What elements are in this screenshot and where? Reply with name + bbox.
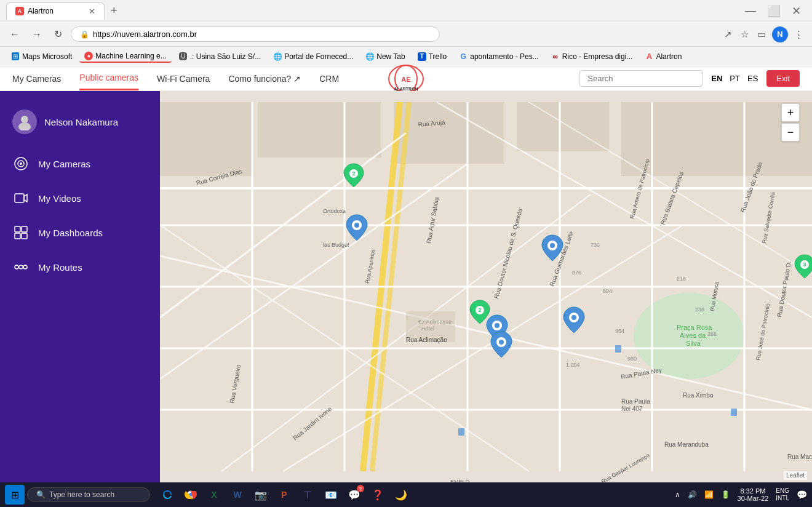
taskbar-search[interactable]: 🔍 Type here to search — [27, 487, 150, 502]
map-controls: + − — [781, 103, 800, 142]
svg-text:730: 730 — [591, 242, 600, 248]
taskbar-app-help[interactable]: ❓ — [368, 485, 388, 505]
tab-close-btn[interactable]: ✕ — [89, 7, 95, 16]
bookmark-alartron[interactable]: A Alartron — [640, 51, 687, 62]
svg-text:Rua Ximbo: Rua Ximbo — [683, 392, 714, 399]
nav-public-cameras[interactable]: Public cameras — [79, 66, 138, 90]
sidebar-item-my-videos[interactable]: My Videos — [0, 181, 160, 215]
svg-text:980: 980 — [627, 356, 637, 362]
bookmark-maps-label: Maps Microsoft — [22, 52, 72, 61]
svg-text:2: 2 — [478, 307, 481, 313]
bookmark-ml[interactable]: ● Machine Learning e... — [79, 50, 171, 63]
bookmark-rico[interactable]: ∞ Rico - Empresa digi... — [546, 51, 638, 62]
taskbar-app-excel[interactable]: X — [204, 485, 224, 505]
taskbar-date: 30-Mar-22 — [738, 495, 769, 502]
svg-point-16 — [23, 265, 27, 269]
svg-text:Praça Rosa: Praça Rosa — [677, 324, 712, 331]
taskbar-clock: 8:32 PM — [740, 487, 765, 495]
maximize-button[interactable]: ⬜ — [762, 4, 786, 18]
tab-bar: A Alartron ✕ + — [6, 2, 368, 20]
close-button[interactable]: ✕ — [787, 4, 806, 18]
forward-button[interactable]: → — [28, 28, 46, 41]
bookmark-button[interactable]: ☆ — [738, 26, 751, 42]
taskbar-chevron[interactable]: ∧ — [675, 490, 680, 499]
alartron-bm-icon: A — [645, 52, 653, 61]
taskbar-notifications[interactable]: 💬 — [797, 490, 807, 500]
taskbar-app-moon[interactable]: 🌙 — [391, 485, 411, 505]
sidebar-toggle[interactable]: ▭ — [755, 26, 768, 42]
svg-rect-9 — [15, 194, 24, 202]
back-button[interactable]: ← — [6, 28, 23, 41]
zoom-out-button[interactable]: − — [781, 123, 800, 142]
svg-text:las Budget: las Budget — [323, 242, 349, 248]
map-container[interactable]: Praça Rosa Alves da Silva — [160, 91, 812, 482]
taskbar-volume-icon[interactable]: 🔊 — [688, 490, 697, 499]
bookmark-usina[interactable]: U .: Usina São Luiz S/... — [174, 51, 266, 62]
sidebar-label-my-videos: My Videos — [38, 193, 81, 204]
taskbar-time[interactable]: 8:32 PM 30-Mar-22 — [738, 487, 769, 502]
taskbar-wifi-icon[interactable]: 📶 — [704, 490, 714, 499]
browser-tab-alartron[interactable]: A Alartron ✕ — [6, 2, 105, 20]
sidebar: Nelson Nakamura My Cameras My Videos — [0, 91, 160, 482]
taskbar-app-edge[interactable] — [157, 485, 177, 505]
app-nav: My Cameras Public cameras Wi-Fi Camera C… — [0, 66, 812, 91]
bookmark-trello[interactable]: T Trello — [413, 51, 452, 62]
bookmark-rico-label: Rico - Empresa digi... — [562, 52, 633, 61]
user-avatar — [12, 110, 37, 134]
svg-text:238: 238 — [695, 306, 704, 313]
share-button[interactable]: ↗ — [722, 26, 734, 42]
taskbar-app-whatsapp[interactable]: 💬 3 — [344, 485, 364, 505]
zoom-in-button[interactable]: + — [781, 103, 800, 122]
svg-text:Alves da: Alves da — [680, 332, 706, 339]
svg-point-112 — [495, 323, 500, 328]
minimize-button[interactable]: — — [740, 4, 761, 18]
taskbar-right: ∧ 🔊 📶 🔋 8:32 PM 30-Mar-22 ENG INTL 💬 — [675, 487, 807, 502]
google-icon: G — [459, 52, 468, 61]
start-icon: ⊞ — [11, 489, 19, 501]
svg-text:ALARTRON: ALARTRON — [394, 87, 418, 91]
search-input[interactable] — [579, 70, 703, 87]
lang-en-button[interactable]: EN — [709, 73, 725, 84]
taskbar-lang-name: ENG — [776, 487, 789, 495]
exit-button[interactable]: Exit — [766, 70, 800, 87]
sidebar-item-my-routes[interactable]: My Routes — [0, 250, 160, 284]
alartron-logo-svg: AE ALARTRON — [388, 63, 424, 94]
svg-rect-21 — [517, 102, 609, 151]
taskbar-battery-icon[interactable]: 🔋 — [721, 490, 730, 499]
lang-pt-button[interactable]: PT — [727, 73, 742, 84]
nav-crm[interactable]: CRM — [319, 68, 339, 90]
taskbar-app-word[interactable]: W — [228, 485, 247, 505]
profile-button[interactable]: N — [772, 26, 788, 42]
nav-wifi-camera[interactable]: Wi-Fi Camera — [157, 68, 210, 90]
nav-como-funciona[interactable]: Como funciona? ↗ — [228, 68, 301, 90]
nav-my-cameras[interactable]: My Cameras — [12, 68, 61, 90]
start-button[interactable]: ⊞ — [5, 485, 25, 505]
taskbar-app-powerpoint[interactable]: P — [274, 485, 294, 505]
sidebar-item-my-cameras[interactable]: My Cameras — [0, 146, 160, 181]
menu-button[interactable]: ⋮ — [792, 26, 806, 42]
bookmark-maps[interactable]: ⊞ Maps Microsoft — [6, 51, 77, 62]
maps-icon: ⊞ — [11, 52, 20, 61]
sidebar-item-my-dashboards[interactable]: My Dashboards — [0, 215, 160, 250]
taskbar-app-teams[interactable]: ⊤ — [298, 485, 317, 505]
svg-text:Rua Paula: Rua Paula — [621, 398, 650, 405]
new-tab-button[interactable]: + — [107, 4, 121, 17]
svg-text:894: 894 — [603, 288, 612, 294]
bookmark-trello-label: Trello — [429, 52, 447, 61]
bookmark-ml-label: Machine Learning e... — [95, 52, 166, 60]
bookmark-apontamento[interactable]: G apontamento - Pes... — [454, 51, 543, 62]
taskbar-app-chrome[interactable] — [181, 485, 201, 505]
routes-icon — [12, 258, 30, 276]
camera-icon — [12, 155, 30, 172]
taskbar-app-outlook[interactable]: 📧 — [321, 485, 341, 505]
address-field[interactable]: 🔒 — [71, 26, 440, 42]
taskbar-app-photos[interactable]: 📷 — [251, 485, 271, 505]
address-bar-row: ← → ↻ 🔒 ↗ ☆ ▭ N ⋮ — [0, 22, 812, 47]
bookmark-newtab[interactable]: 🌐 New Tab — [360, 51, 410, 62]
lang-es-button[interactable]: ES — [745, 73, 760, 84]
refresh-button[interactable]: ↻ — [50, 27, 66, 41]
user-name: Nelson Nakamura — [44, 117, 118, 127]
bookmark-portal[interactable]: 🌐 Portal de Forneced... — [268, 51, 358, 62]
sidebar-label-my-cameras: My Cameras — [38, 159, 90, 169]
url-input[interactable] — [93, 30, 431, 39]
